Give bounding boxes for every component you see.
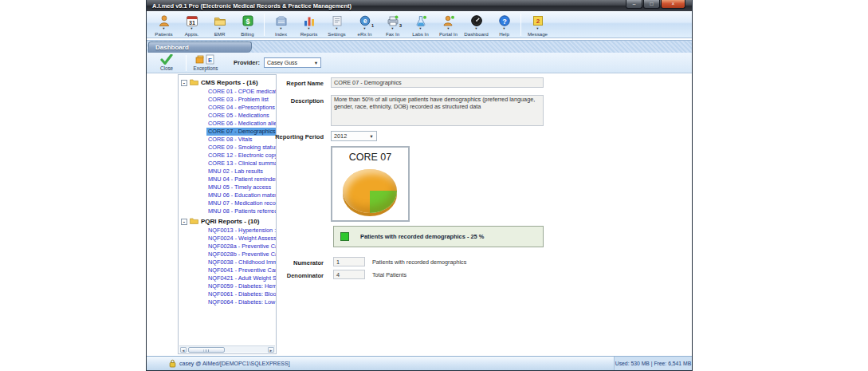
patient-icon — [157, 14, 171, 27]
tree-item[interactable]: CORE 05 - Medications — [206, 112, 271, 120]
chevron-down-icon: ▾ — [163, 27, 164, 30]
provider-value: Casey Guss — [265, 60, 312, 65]
toolbar-button-label: Index — [275, 31, 287, 37]
status-user: casey @ AIMed/[DEMOPC1\SQLEXPRESS] — [179, 361, 290, 366]
app-window: A.I.med v9.1 Pro (Electronic Medical Rec… — [146, 0, 693, 371]
fax-icon: 3 — [386, 14, 399, 27]
provider-label: Provider: — [234, 59, 260, 66]
tab-bar: Dashboard — [147, 40, 692, 53]
title-bar: A.I.med v9.1 Pro (Electronic Medical Rec… — [147, 0, 692, 11]
toolbar-button-label: Appts. — [185, 31, 199, 37]
tree-section-header[interactable]: -PQRI Reports - (10) — [179, 215, 276, 227]
toolbar-button-label: eRx In — [358, 31, 372, 37]
toolbar-separator — [520, 14, 521, 36]
tree-item[interactable]: CORE 04 - ePrescriptions — [206, 104, 276, 112]
status-memory: Used: 530 MB | Free: 6,541 MB — [614, 357, 692, 370]
chevron-down-icon: ▾ — [536, 27, 538, 30]
exceptions-icon: E — [195, 54, 216, 65]
tree-item[interactable]: CORE 13 - Clinical summaries — [206, 160, 276, 168]
tree-item[interactable]: MNU 04 - Patient reminders — [206, 176, 276, 184]
toolbar-button-portal-in[interactable]: ▾Portal In — [434, 12, 462, 37]
maximize-button[interactable]: □ — [643, 0, 660, 9]
toolbar-button-label: Reports — [300, 31, 318, 37]
denominator-label: Denominator — [198, 272, 324, 279]
toolbar-button-label: Billing — [241, 31, 254, 37]
tree-item[interactable]: NQF0061 - Diabetes: Blood Pres — [206, 290, 276, 298]
tree-item[interactable]: CORE 12 - Electronic copy of hea — [206, 152, 276, 160]
tree-item[interactable]: MNU 08 - Patients referred to ano — [206, 207, 276, 215]
erx-icon: e1 — [358, 14, 371, 27]
gauge-icon — [469, 14, 483, 27]
tree-item[interactable]: MNU 02 - Lab results — [206, 168, 265, 176]
close-window-button[interactable]: × — [661, 0, 685, 9]
tab-dashboard[interactable]: Dashboard — [148, 41, 252, 53]
tree-item[interactable]: MNU 06 - Education material — [206, 191, 276, 199]
toolbar-button-fax-in[interactable]: 3▾Fax In — [379, 12, 407, 37]
svg-text:?: ? — [502, 17, 507, 25]
scroll-right-arrow[interactable]: ► — [268, 347, 274, 353]
collapse-icon[interactable]: - — [181, 80, 187, 86]
toolbar-separator — [264, 14, 265, 36]
toolbar-button-patients[interactable]: ▾Patients — [150, 12, 178, 37]
chevron-down-icon: ▾ — [336, 27, 337, 30]
legend-label: Patients with recorded demographics - 25… — [360, 233, 484, 240]
tree-item[interactable]: NQF0028b - Preventive Care and — [206, 251, 276, 259]
tree-section-label: PQRI Reports - (10) — [201, 218, 259, 225]
window-title: A.I.med v9.1 Pro (Electronic Medical Rec… — [147, 2, 352, 10]
toolbar-button-label: Patients — [155, 31, 172, 37]
tree-item[interactable]: NQF0024 - Weight Assessment a — [206, 235, 276, 243]
collapse-icon[interactable]: - — [181, 219, 187, 225]
chevron-down-icon: ▾ — [190, 27, 192, 30]
tree-item[interactable]: CORE 09 - Smoking status — [206, 144, 276, 152]
reporting-period-value: 2012 — [332, 132, 367, 140]
description-label: Description — [198, 97, 324, 105]
pie-chart — [343, 169, 397, 213]
toolbar-button-message[interactable]: 2▾Message — [524, 12, 552, 37]
denominator-field: 4 — [333, 270, 365, 279]
toolbar-button-help[interactable]: ?▾Help — [490, 12, 518, 37]
toolbar-separator — [186, 55, 187, 71]
toolbar-button-index[interactable]: ▾Index — [267, 12, 295, 37]
svg-text:$: $ — [245, 17, 249, 25]
toolbar-button-reports[interactable]: ▾Reports — [295, 12, 323, 37]
toolbar-button-label: Settings — [328, 31, 345, 37]
toolbar-button-label: Labs In — [412, 31, 428, 37]
scroll-left-arrow[interactable]: ◄ — [180, 347, 187, 353]
toolbar-button-label: Fax In — [386, 31, 399, 37]
tree-item[interactable]: NQF0064 - Diabetes: Low Densit — [206, 298, 276, 306]
toolbar-button-labs-in[interactable]: ▾Labs In — [407, 12, 434, 37]
provider-combobox[interactable]: Casey Guss ▼ — [264, 57, 321, 68]
toolbar-button-appts[interactable]: 31▾Appts. — [178, 12, 206, 37]
chevron-down-icon: ▾ — [308, 27, 309, 30]
chevron-down-icon: ▾ — [503, 27, 505, 30]
tree-item[interactable]: NQF0013 - Hypertension : Blood — [206, 227, 276, 235]
toolbar-button-settings[interactable]: ▾Settings — [323, 12, 351, 37]
exceptions-button[interactable]: E Exceptions — [192, 53, 219, 73]
index-icon — [274, 14, 288, 27]
reporting-period-select[interactable]: 2012 ▼ — [331, 131, 377, 141]
toolbar-button-label: Message — [528, 31, 548, 37]
tree-item[interactable]: MNU 07 - Medication reconciliatio — [206, 199, 276, 207]
tree-item[interactable]: NQF0028a - Preventive Care and — [206, 243, 276, 251]
tree-horizontal-scrollbar[interactable]: ◄ ► — [179, 345, 275, 353]
close-dashboard-button[interactable]: Close — [153, 53, 180, 73]
tree-item[interactable]: CORE 06 - Medication allergies — [206, 120, 276, 128]
scroll-thumb[interactable] — [188, 347, 225, 353]
toolbar-button-erx-in[interactable]: e1▾eRx In — [351, 12, 379, 37]
toolbar-button-billing[interactable]: $▾Billing — [234, 12, 261, 37]
tree-item[interactable]: MNU 05 - Timely access — [206, 184, 273, 191]
chevron-down-icon: ▾ — [363, 27, 365, 30]
denominator-description: Total Patients — [372, 271, 407, 278]
tree-item[interactable]: CORE 01 - CPOE medications — [206, 88, 276, 96]
toolbar-button-emr[interactable]: ▾EMR — [206, 12, 234, 37]
message-icon: 2 — [531, 14, 544, 27]
legend-box: Patients with recorded demographics - 25… — [333, 226, 544, 247]
toolbar-button-dashboard[interactable]: ▾Dashboard — [462, 12, 490, 37]
tree-item[interactable]: NQF0059 - Diabetes: Hemoglobi — [206, 282, 276, 290]
chevron-down-icon: ▼ — [367, 134, 376, 139]
minimize-button[interactable]: – — [626, 0, 642, 9]
legend-swatch — [340, 232, 349, 241]
count-badge: 3 — [399, 23, 402, 28]
check-icon — [160, 54, 173, 65]
numerator-label: Numerator — [198, 259, 324, 266]
